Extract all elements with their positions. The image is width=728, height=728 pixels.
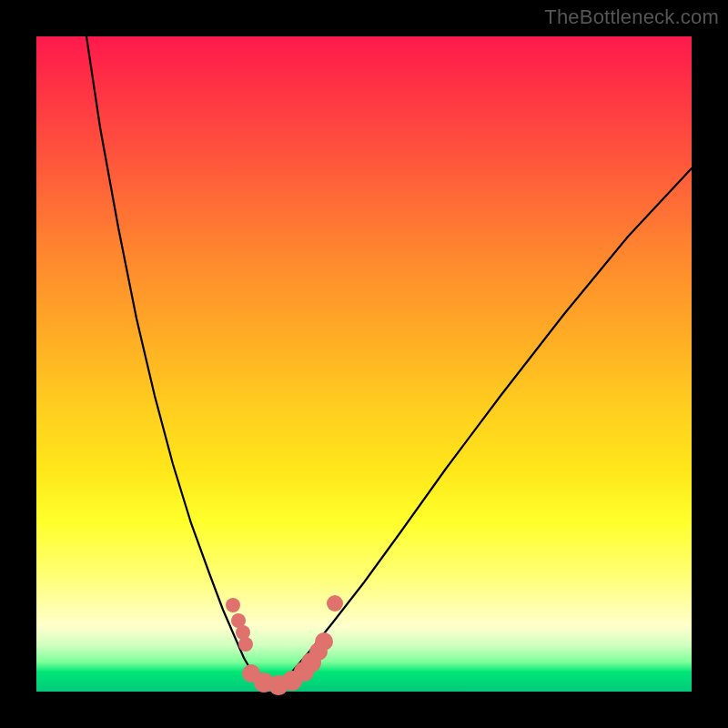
curve-marker (315, 632, 333, 651)
watermark-text: TheBottleneck.com (544, 5, 719, 29)
curve-marker (226, 598, 240, 612)
plot-area (36, 36, 692, 692)
curve-left-branch (86, 36, 269, 689)
curve-marker (238, 637, 253, 652)
frame: TheBottleneck.com (0, 0, 728, 728)
chart-svg (36, 36, 692, 692)
marker-group (226, 595, 343, 695)
curve-marker (327, 595, 343, 612)
